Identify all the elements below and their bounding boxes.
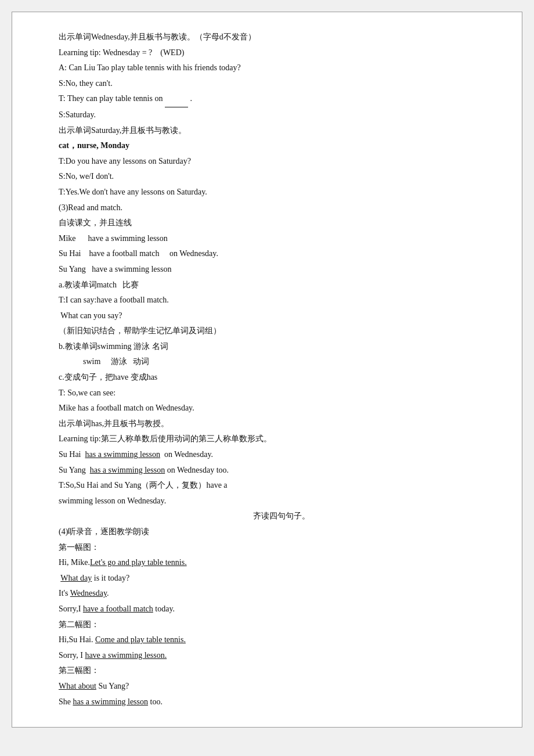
line-33: (4)听录音，逐图教学朗读 [59, 524, 504, 540]
line-29: Su Yang has a swimming lesson on Wednesd… [59, 463, 504, 478]
line-13: 自读课文，并且连线 [59, 215, 504, 231]
line-10: S:No, we/I don't. [59, 169, 504, 185]
line-11: T:Yes.We don't have any lessons on Satur… [59, 185, 504, 200]
line-18: T:I can say:have a football match. [59, 293, 504, 308]
line-40: Hi,Su Hai. Come and play table tennis. [59, 632, 504, 648]
line-23: c.变成句子，把have 变成has [59, 370, 504, 386]
line-41: Sorry, I have a swimming lesson. [59, 648, 504, 664]
content-area: 出示单词Wednesday,并且板书与教读。（字母d不发音） Learning … [12, 24, 522, 715]
page-container: 出示单词Wednesday,并且板书与教读。（字母d不发音） Learning … [12, 12, 522, 728]
line-24: T: So,we can see: [59, 386, 504, 401]
line-26: 出示单词has,并且板书与教授。 [59, 416, 504, 432]
line-20: （新旧知识结合，帮助学生记忆单词及词组） [59, 323, 504, 339]
line-36: What day is it today? [59, 571, 504, 586]
line-16: Su Yang have a swimming lesson [59, 262, 504, 278]
line-28: Su Hai has a swimming lesson on Wednesda… [59, 447, 504, 463]
line-25: Mike has a football match on Wednesday. [59, 401, 504, 416]
line-31: swimming lesson on Wednesday. [59, 494, 504, 509]
line-35: Hi, Mike.Let's go and play table tennis. [59, 555, 504, 571]
line-4: S:No, they can't. [59, 76, 504, 92]
line-9: T:Do you have any lessons on Saturday? [59, 154, 504, 170]
line-5: T: They can play table tennis on . [59, 91, 504, 107]
line-1: 出示单词Wednesday,并且板书与教读。（字母d不发音） [59, 30, 504, 45]
line-27: Learning tip:第三人称单数后使用动词的第三人称单数形式。 [59, 431, 504, 447]
line-15: Su Hai have a football match on Wednesda… [59, 246, 504, 262]
line-39: 第二幅图： [59, 617, 504, 633]
line-34: 第一幅图： [59, 540, 504, 556]
line-30: T:So,Su Hai and Su Yang（两个人，复数）have a [59, 478, 504, 494]
line-6: S:Saturday. [59, 107, 504, 123]
line-8: cat，nurse, Monday [59, 138, 504, 154]
line-12: (3)Read and match. [59, 200, 504, 216]
line-3: A: Can Liu Tao play table tennis with hi… [59, 60, 504, 76]
line-22: swim 游泳 动词 [59, 354, 504, 370]
line-14: Mike have a swimming lesson [59, 231, 504, 247]
line-43: What about Su Yang? [59, 679, 504, 694]
line-44: She has a swimming lesson too. [59, 694, 504, 710]
line-37: It's Wednesday. [59, 586, 504, 602]
line-19: What can you say? [59, 308, 504, 324]
line-21: b.教读单词swimming 游泳 名词 [59, 339, 504, 355]
line-42: 第三幅图： [59, 663, 504, 679]
line-38: Sorry,I have a football match today. [59, 602, 504, 617]
line-7: 出示单词Saturday,并且板书与教读。 [59, 123, 504, 139]
line-2: Learning tip: Wednesday = ? (WED) [59, 45, 504, 61]
line-17: a.教读单词match 比赛 [59, 278, 504, 293]
line-32: 齐读四句句子。 [59, 509, 504, 524]
